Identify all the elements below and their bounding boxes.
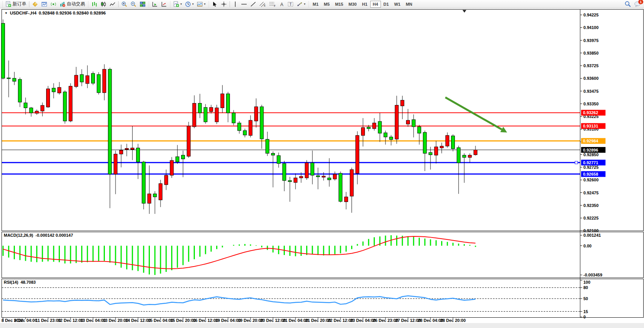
timeframe-h1[interactable]: H1 bbox=[359, 1, 370, 8]
auto-scroll-button[interactable] bbox=[159, 0, 169, 8]
autotrade-label: 自动交易 bbox=[67, 1, 85, 7]
time-label[interactable]: 22 Dec 12:00 bbox=[328, 318, 353, 323]
channel-tool-button[interactable]: E bbox=[258, 0, 268, 8]
toolbar-grip bbox=[2, 1, 3, 7]
chart-shift-button[interactable] bbox=[150, 0, 159, 8]
trendline-tool-button[interactable] bbox=[249, 0, 258, 8]
horizontal-line-tool-button[interactable] bbox=[239, 0, 249, 8]
candle-chart-type-button[interactable] bbox=[99, 0, 108, 8]
vertical-line-tool-button[interactable] bbox=[231, 0, 239, 8]
crosshair-tool-button[interactable] bbox=[219, 0, 228, 8]
zoom-in-icon bbox=[121, 1, 127, 7]
symbol-dropdown-icon[interactable]: ▼ bbox=[5, 11, 8, 15]
candle-bullish bbox=[254, 107, 258, 121]
signal-icon bbox=[50, 1, 56, 7]
candle-bearish bbox=[2, 23, 5, 78]
zoom-in-button[interactable] bbox=[120, 0, 129, 8]
timeframe-w1[interactable]: W1 bbox=[392, 1, 403, 8]
svg-text:E: E bbox=[264, 4, 266, 7]
time-label[interactable]: 28 Dec 20:00 bbox=[440, 318, 466, 323]
bar-chart-type-button[interactable] bbox=[90, 0, 99, 8]
time-label[interactable]: 28 Dec 04:00 bbox=[418, 318, 443, 323]
time-label[interactable]: 13 Dec 04:00 bbox=[80, 318, 106, 323]
new-order-button[interactable]: 新订单 bbox=[4, 0, 28, 8]
template-icon bbox=[197, 1, 203, 7]
zoom-out-icon bbox=[130, 1, 137, 7]
clock-icon bbox=[185, 1, 191, 7]
candle-bullish bbox=[114, 154, 117, 174]
candle-bearish bbox=[176, 157, 179, 162]
y-tick-label: 0.94225 bbox=[583, 13, 599, 17]
time-label[interactable]: 15 Dec 20:00 bbox=[170, 318, 196, 323]
candle-bearish bbox=[339, 173, 342, 201]
candle-bearish bbox=[13, 78, 16, 81]
fibonacci-tool-button[interactable]: F bbox=[268, 0, 278, 8]
time-label[interactable]: 13 Dec 20:00 bbox=[103, 318, 128, 323]
candle-bullish bbox=[159, 184, 162, 200]
timeframe-m1[interactable]: M1 bbox=[310, 1, 321, 8]
zoom-out-button[interactable] bbox=[129, 0, 138, 8]
autotrade-button[interactable]: 自动交易 bbox=[58, 0, 87, 8]
macd-axis-label: 0.001241 bbox=[583, 233, 601, 238]
candle-bearish bbox=[429, 152, 432, 155]
time-label[interactable]: 21 Dec 20:00 bbox=[305, 318, 331, 323]
tile-windows-button[interactable] bbox=[138, 0, 147, 8]
candlestick-icon bbox=[100, 1, 106, 7]
timeframe-m5[interactable]: M5 bbox=[321, 1, 332, 8]
line-chart-type-button[interactable] bbox=[108, 0, 117, 8]
time-label[interactable]: 12 Dec 12:00 bbox=[58, 318, 84, 323]
periods-button[interactable]: ▾ bbox=[183, 0, 195, 8]
candle-bullish bbox=[373, 123, 376, 129]
candle-bearish bbox=[137, 148, 140, 162]
candle-bullish bbox=[103, 69, 106, 92]
indicators-button[interactable]: ▾ bbox=[172, 0, 183, 8]
search-icon[interactable] bbox=[625, 1, 631, 7]
arrows-tool-button[interactable]: ▾ bbox=[295, 0, 307, 8]
timeframe-m15[interactable]: M15 bbox=[332, 1, 346, 8]
line-chart-icon bbox=[109, 1, 116, 7]
y-tick-label: 0.92100 bbox=[583, 228, 599, 233]
time-label[interactable]: 14 Dec 12:00 bbox=[125, 318, 151, 323]
text-tool-button[interactable]: A bbox=[278, 0, 286, 8]
chat-button[interactable]: 1 bbox=[634, 1, 641, 7]
timeframe-d1[interactable]: D1 bbox=[381, 1, 392, 8]
time-label[interactable]: 11 Dec 23:00 bbox=[35, 318, 61, 323]
toolbar: 新订单 自动交易 bbox=[0, 0, 644, 8]
candle-bullish bbox=[322, 176, 325, 177]
time-label[interactable]: 19 Dec 04:00 bbox=[215, 318, 241, 323]
candle-bullish bbox=[209, 107, 213, 111]
time-label[interactable]: 9 Dec 04:00 bbox=[14, 318, 37, 323]
y-tick-label: 0.93350 bbox=[583, 102, 599, 106]
candle-bullish bbox=[440, 146, 443, 148]
candle-bullish bbox=[474, 150, 477, 155]
marketwatch-button[interactable] bbox=[31, 0, 40, 8]
chart-canvas: 0.942250.941000.939750.938500.937250.936… bbox=[0, 8, 644, 328]
time-label[interactable]: 19 Dec 20:00 bbox=[238, 318, 263, 323]
candle-bullish bbox=[41, 105, 44, 111]
tile-windows-icon bbox=[140, 1, 146, 7]
candle-bullish bbox=[395, 105, 398, 139]
timeframe-m30[interactable]: M30 bbox=[346, 1, 359, 8]
timeframe-h4[interactable]: H4 bbox=[370, 1, 381, 8]
time-label[interactable]: 27 Dec 12:00 bbox=[395, 318, 421, 323]
candle-bearish bbox=[412, 120, 415, 127]
line-handle[interactable] bbox=[575, 161, 578, 164]
svg-text:F: F bbox=[274, 5, 276, 7]
label-tool-button[interactable]: T bbox=[286, 0, 295, 8]
time-label[interactable]: 23 Dec 04:00 bbox=[350, 318, 376, 323]
equidistant-channel-icon: E bbox=[259, 1, 266, 7]
timeframe-mn[interactable]: MN bbox=[403, 1, 415, 8]
time-label[interactable]: 15 Dec 04:00 bbox=[148, 318, 173, 323]
candle-bearish bbox=[198, 103, 202, 113]
time-label[interactable]: 20 Dec 12:00 bbox=[260, 318, 286, 323]
dropdown-caret-icon: ▾ bbox=[180, 2, 182, 6]
chart-window-button[interactable] bbox=[40, 0, 49, 8]
time-label[interactable]: 21 Dec 04:00 bbox=[283, 318, 308, 323]
cursor-tool-button[interactable] bbox=[210, 0, 219, 8]
time-label[interactable]: 16 Dec 12:00 bbox=[193, 318, 218, 323]
toolbar-grip bbox=[308, 1, 309, 7]
time-label[interactable]: 26 Dec 23:00 bbox=[373, 318, 398, 323]
candle-bearish bbox=[63, 92, 67, 121]
signal-button[interactable] bbox=[49, 0, 58, 8]
templates-button[interactable]: ▾ bbox=[195, 0, 207, 8]
